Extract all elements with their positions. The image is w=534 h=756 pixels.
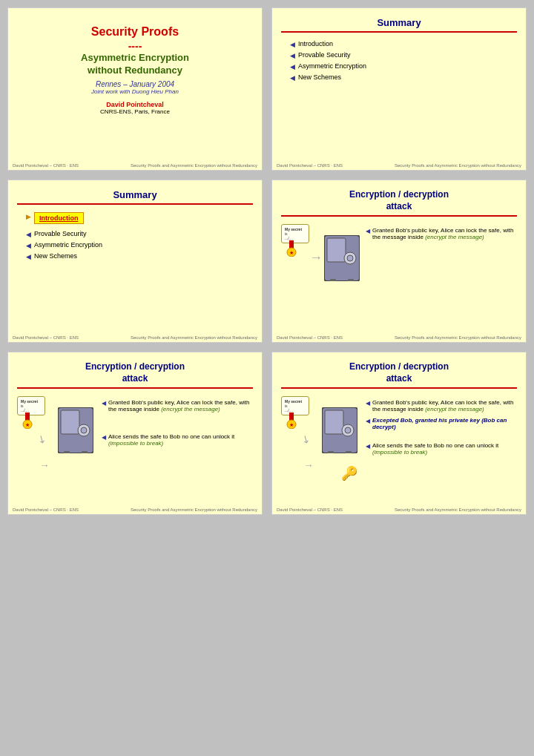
slide6-footer-left: David Pointcheval – CNRS · ENS xyxy=(277,507,343,512)
slide6-safe xyxy=(322,407,357,455)
slide5-safe xyxy=(58,407,93,455)
slide5-italic-top: (encrypt the message) xyxy=(161,406,220,412)
slide1-title-line2: Asymmetric Encryption without Redundancy xyxy=(17,52,253,77)
bullet-icon-1: ◀ xyxy=(290,41,295,48)
slide5-title: Encryption / decryption attack xyxy=(17,361,253,384)
slide6-key-icon: 🔑 xyxy=(341,465,357,481)
slide5-bullet-icon-top: ◀ xyxy=(102,400,106,407)
slide5-arrow2: → xyxy=(39,459,50,471)
slide6-medal: ★ xyxy=(286,412,297,430)
svg-rect-8 xyxy=(348,279,354,281)
slide6-bullet-icon-bottom: ◀ xyxy=(366,443,370,450)
svg-rect-26 xyxy=(346,451,352,453)
slide5-medal: ★ xyxy=(22,412,33,430)
bullet-icon-h: ▶ xyxy=(26,213,31,220)
bullet-icon-s1: ◀ xyxy=(26,231,31,238)
slide3-highlight-box: Introduction xyxy=(34,212,84,224)
bullet-icon-s2: ◀ xyxy=(26,242,31,249)
slide6-text: ◀ Granted Bob's public key, Alice can lo… xyxy=(366,396,517,481)
slide4-footer: David Pointcheval – CNRS · ENS Security … xyxy=(277,335,521,340)
slide3-bullet-list: ▶ Introduction ◀ Provable Security ◀ Asy… xyxy=(17,212,253,260)
svg-rect-25 xyxy=(328,451,334,453)
slide6-bullet-icon-top: ◀ xyxy=(366,400,370,407)
slide3-item-3: ◀ New Schemes xyxy=(26,252,253,260)
slide2-footer: David Pointcheval – CNRS · ENS Security … xyxy=(277,163,521,168)
slide1-footer-left: David Pointcheval – CNRS · ENS xyxy=(13,163,79,168)
slide-grid: Security Proofs ---- Asymmetric Encrypti… xyxy=(7,7,527,515)
svg-rect-7 xyxy=(330,279,336,281)
slide5-arrow: ↘ xyxy=(36,432,49,447)
slide4-illustration: My secret is .../.... ★ → xyxy=(281,224,363,298)
svg-point-24 xyxy=(345,427,351,433)
slide6-footer: David Pointcheval – CNRS · ENS Security … xyxy=(277,507,521,512)
svg-point-15 xyxy=(81,427,87,433)
slide6-italic-top: (encrypt the message) xyxy=(425,406,484,412)
slide3-item-2: ◀ Asymmetric Encryption xyxy=(26,241,253,249)
slide3-footer-right: Security Proofs and Asymmetric Encryptio… xyxy=(131,335,257,340)
svg-rect-16 xyxy=(64,451,70,453)
slide5-bullet-icon-bottom: ◀ xyxy=(102,434,106,441)
slide3-divider xyxy=(17,203,253,205)
svg-rect-4 xyxy=(327,238,346,262)
slide-6: Encryption / decryption attack My secret… xyxy=(271,352,527,515)
svg-point-6 xyxy=(347,255,353,261)
slide2-item-3: ◀ Asymmetric Encryption xyxy=(290,62,517,70)
slide2-divider xyxy=(281,31,517,33)
slide6-illustration: My secret is .../.... ★ ↘ xyxy=(281,396,363,481)
slide2-footer-left: David Pointcheval – CNRS · ENS xyxy=(277,163,343,168)
slide2-item-2: ◀ Provable Security xyxy=(290,51,517,59)
slide4-arrow: → xyxy=(309,250,323,266)
slide6-bullet-middle: ◀ Excepted Bob, granted his private key … xyxy=(366,417,517,430)
bullet-icon-4: ◀ xyxy=(290,74,295,82)
svg-text:★: ★ xyxy=(289,422,294,427)
svg-rect-22 xyxy=(325,410,343,434)
slide5-bullet-top: ◀ Granted Bob's public key, Alice can lo… xyxy=(102,399,253,412)
slide-2: Summary ◀ Introduction ◀ Provable Securi… xyxy=(271,7,527,171)
slide5-illustration: My secret is .../.... ★ ↘ xyxy=(17,396,99,478)
slide4-text: ◀ Granted Bob's public key, Alice can lo… xyxy=(366,224,517,298)
bullet-icon-2: ◀ xyxy=(290,52,295,59)
slide4-divider xyxy=(281,215,517,217)
slide1-location: Rennes – January 2004 xyxy=(17,80,253,88)
slide3-footer: David Pointcheval – CNRS · ENS Security … xyxy=(13,335,257,340)
slide6-bullet-top: ◀ Granted Bob's public key, Alice can lo… xyxy=(366,399,517,412)
slide6-italic-bottom: (impossible to break) xyxy=(372,449,427,456)
slide-5: Encryption / decryption attack My secret… xyxy=(7,352,263,515)
slide3-item-highlighted: ▶ Introduction xyxy=(26,212,253,227)
slide6-bullet-bottom: ◀ Alice sends the safe to Bob no one can… xyxy=(366,442,517,456)
svg-rect-13 xyxy=(61,410,79,434)
slide4-bullet-icon-1: ◀ xyxy=(366,228,370,234)
slide1-dashes: ---- xyxy=(17,40,253,52)
slide1-joint-work: Joint work with Duong Hieu Phan xyxy=(17,88,253,95)
slide2-header: Summary xyxy=(281,17,517,28)
svg-text:★: ★ xyxy=(25,422,30,427)
slide4-safe xyxy=(324,235,360,283)
slide2-item-1: ◀ Introduction xyxy=(290,40,517,48)
slide6-content: My secret is .../.... ★ ↘ xyxy=(281,396,517,481)
slide5-footer: David Pointcheval – CNRS · ENS Security … xyxy=(13,507,257,512)
slide-3: Summary ▶ Introduction ◀ Provable Securi… xyxy=(7,180,263,343)
slide5-italic-bottom: (impossible to break) xyxy=(108,440,163,447)
slide2-bullet-list: ◀ Introduction ◀ Provable Security ◀ Asy… xyxy=(281,40,517,82)
slide6-bullet-icon-middle: ◀ xyxy=(366,418,370,424)
slide5-footer-right: Security Proofs and Asymmetric Encryptio… xyxy=(131,507,257,512)
slide1-footer: David Pointcheval – CNRS · ENS Security … xyxy=(13,163,257,168)
slide1-author: David Pointcheval xyxy=(17,101,253,108)
slide1-footer-right: Security Proofs and Asymmetric Encryptio… xyxy=(131,163,257,168)
slide6-arrow: ↘ xyxy=(300,432,313,447)
slide4-italic-1: (encrypt the message) xyxy=(425,234,484,240)
bullet-icon-s3: ◀ xyxy=(26,253,31,260)
slide4-footer-right: Security Proofs and Asymmetric Encryptio… xyxy=(395,335,521,340)
slide-4: Encryption / decryption attack My secret… xyxy=(271,180,527,343)
slide5-divider xyxy=(17,387,253,389)
svg-rect-17 xyxy=(82,451,88,453)
bullet-icon-3: ◀ xyxy=(290,63,295,70)
slide3-item-1: ◀ Provable Security xyxy=(26,230,253,238)
slide1-institution: CNRS-ENS, Paris, France xyxy=(17,108,253,115)
slide4-content: My secret is .../.... ★ → xyxy=(281,224,517,298)
slide3-footer-left: David Pointcheval – CNRS · ENS xyxy=(13,335,79,340)
slide6-footer-right: Security Proofs and Asymmetric Encryptio… xyxy=(395,507,521,512)
slide6-title: Encryption / decryption attack xyxy=(281,361,517,384)
slide6-divider xyxy=(281,387,517,389)
slide3-highlighted-text: Introduction xyxy=(39,214,79,222)
